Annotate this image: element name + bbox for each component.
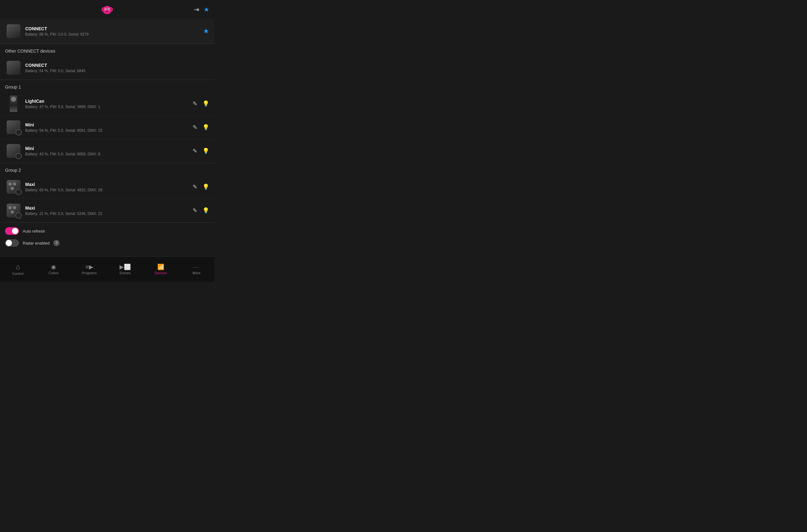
svg-point-9: [108, 8, 109, 10]
device-info: CONNECT Battery: 54 %, FW: 5.0, Serial: …: [25, 63, 86, 73]
device-info: Maxi Battery: 69 %, FW: 5.0, Serial: 483…: [25, 182, 102, 192]
device-image-wrap: [5, 142, 22, 159]
nav-item-scenes[interactable]: ▶⬜ Scenes: [107, 257, 143, 282]
programs-nav-label: Programs: [82, 271, 97, 275]
device-details: Battery: 21 %, FW: 5.0, Serial: 5246, DM…: [25, 211, 102, 216]
device-image-wrap: [5, 202, 22, 219]
radar-row: Radar enabled ?: [5, 239, 209, 247]
control-nav-label: Control: [12, 272, 23, 276]
device-info: Mini Battery: 54 %, FW: 5.0, Serial: 959…: [25, 122, 102, 133]
light-icon[interactable]: 💡: [202, 148, 209, 154]
device-image-wrap: [5, 95, 22, 112]
devices-nav-icon: 📶: [157, 264, 164, 270]
group1-mini-device-1[interactable]: Mini Battery: 43 %, FW: 5.0, Serial: 985…: [0, 139, 214, 163]
group1-lightcan-device[interactable]: LightCan Battery: 47 %, FW: 5.0, Serial:…: [0, 92, 214, 116]
group1-header: Group 1: [0, 80, 214, 92]
device-details: Battery: 47 %, FW: 5.0, Serial: 3699, DM…: [25, 104, 100, 109]
monkey-logo-icon: [101, 3, 113, 16]
nav-item-colors[interactable]: ◉ Colors: [36, 257, 71, 282]
device-image-wrap: [5, 23, 22, 40]
scenes-nav-icon: ▶⬜: [119, 264, 131, 270]
toggle-knob: [6, 240, 12, 246]
connect-device-icon: [7, 61, 20, 75]
device-name: Maxi: [25, 182, 102, 187]
nav-item-programs[interactable]: ≡▶ Programs: [72, 257, 107, 282]
device-image-wrap: [5, 178, 22, 195]
edit-icon[interactable]: ✎: [193, 100, 197, 107]
mini-icon: [7, 144, 20, 158]
auto-refresh-row: Auto refresh: [5, 227, 209, 235]
device-details: Battery: 69 %, FW: 5.0, Serial: 4832, DM…: [25, 188, 102, 192]
device-details: Battery: 54 %, FW: 5.0, Serial: 9591, DM…: [25, 128, 102, 133]
device-name: CONNECT: [25, 63, 86, 68]
header: ⇥ ★: [0, 0, 214, 19]
group1-mini-device-0[interactable]: Mini Battery: 54 %, FW: 5.0, Serial: 959…: [0, 116, 214, 139]
more-nav-label: More: [193, 271, 201, 275]
light-icon[interactable]: 💡: [202, 100, 209, 107]
device-image-wrap: [5, 59, 22, 76]
bluetooth-icon[interactable]: ★: [204, 6, 209, 13]
colors-nav-label: Colors: [49, 271, 59, 275]
group2-maxi-device-1[interactable]: Maxi Battery: 21 %, FW: 5.0, Serial: 524…: [0, 199, 214, 223]
device-info: LightCan Battery: 47 %, FW: 5.0, Serial:…: [25, 99, 100, 109]
svg-point-8: [105, 8, 106, 10]
toggle-knob: [12, 228, 18, 234]
bluetooth-connected-icon: ★: [203, 27, 209, 35]
header-actions: ⇥ ★: [194, 6, 209, 13]
mini-icon: [7, 120, 20, 134]
light-icon[interactable]: 💡: [202, 124, 209, 131]
device-actions: ✎ 💡: [193, 207, 209, 214]
light-icon[interactable]: 💡: [202, 207, 209, 214]
svg-point-11: [106, 11, 107, 12]
control-nav-icon: ⌂: [16, 264, 20, 270]
device-name: LightCan: [25, 99, 100, 104]
device-actions: ✎ 💡: [193, 148, 209, 154]
edit-icon[interactable]: ✎: [193, 184, 197, 190]
edit-icon[interactable]: ✎: [193, 148, 197, 154]
main-connect-device[interactable]: CONNECT Battery: 86 %, FW: 3.0.0, Serial…: [0, 19, 214, 44]
device-actions: ✎ 💡: [193, 124, 209, 131]
light-icon[interactable]: 💡: [202, 184, 209, 190]
settings-section: Auto refresh Radar enabled ?: [0, 223, 214, 251]
svg-point-10: [106, 11, 109, 13]
nav-item-more[interactable]: ··· More: [179, 257, 214, 282]
auto-refresh-label: Auto refresh: [23, 229, 45, 233]
device-info: CONNECT Battery: 86 %, FW: 3.0.0, Serial…: [25, 26, 89, 37]
radar-toggle[interactable]: [5, 239, 19, 247]
programs-nav-icon: ≡▶: [86, 264, 93, 270]
group2-maxi-device-0[interactable]: Maxi Battery: 69 %, FW: 5.0, Serial: 483…: [0, 175, 214, 199]
device-details: Battery: 54 %, FW: 5.0, Serial: 6845: [25, 69, 86, 73]
radar-label: Radar enabled: [23, 241, 50, 246]
svg-point-12: [108, 11, 109, 12]
devices-nav-label: Devices: [154, 271, 167, 275]
bottom-navigation: ⌂ Control ◉ Colors ≡▶ Programs ▶⬜ Scenes…: [0, 256, 214, 282]
group2-header: Group 2: [0, 163, 214, 175]
main-content: CONNECT Battery: 86 %, FW: 3.0.0, Serial…: [0, 19, 214, 256]
nav-item-devices[interactable]: 📶 Devices: [143, 257, 179, 282]
lightcan-icon: [10, 95, 17, 112]
edit-icon[interactable]: ✎: [193, 124, 197, 131]
device-actions: ✎ 💡: [193, 100, 209, 107]
nav-item-control[interactable]: ⌂ Control: [0, 257, 36, 282]
other-connect-section-header: Other CONNECT devices: [0, 44, 214, 56]
more-nav-icon: ···: [193, 264, 200, 270]
device-name: Mini: [25, 122, 102, 127]
radar-help-icon[interactable]: ?: [53, 240, 60, 246]
device-name: Mini: [25, 146, 100, 151]
device-actions: ✎ 💡: [193, 184, 209, 190]
device-name: CONNECT: [25, 26, 89, 31]
device-info: Maxi Battery: 21 %, FW: 5.0, Serial: 524…: [25, 206, 102, 216]
connect-device-icon: [7, 24, 20, 38]
logo: [101, 3, 113, 16]
device-info: Mini Battery: 43 %, FW: 5.0, Serial: 985…: [25, 146, 100, 156]
login-icon[interactable]: ⇥: [194, 6, 199, 13]
device-name: Maxi: [25, 206, 102, 211]
edit-icon[interactable]: ✎: [193, 207, 197, 214]
device-details: Battery: 43 %, FW: 5.0, Serial: 9858, DM…: [25, 152, 100, 156]
other-connect-device-0[interactable]: CONNECT Battery: 54 %, FW: 5.0, Serial: …: [0, 56, 214, 80]
auto-refresh-toggle[interactable]: [5, 227, 19, 235]
maxi-icon: [7, 204, 20, 217]
scenes-nav-label: Scenes: [119, 271, 131, 275]
device-details: Battery: 86 %, FW: 3.0.0, Serial: 9279: [25, 32, 89, 37]
colors-nav-icon: ◉: [51, 264, 56, 270]
